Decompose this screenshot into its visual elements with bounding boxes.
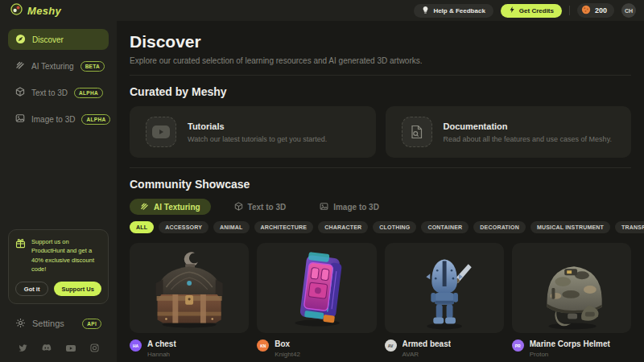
texture-brush-icon xyxy=(15,60,25,72)
get-credits-button[interactable]: Get Credits xyxy=(501,4,562,18)
item-author: Proton xyxy=(530,351,610,358)
alpha-badge: ALPHA xyxy=(81,114,110,125)
filter-all[interactable]: ALL xyxy=(130,221,154,233)
avatar[interactable]: AV xyxy=(385,339,397,352)
youtube-icon[interactable] xyxy=(66,341,76,356)
showcase-item: KN Box Knight42 xyxy=(257,243,376,358)
cube-icon xyxy=(234,202,243,212)
meshy-logo[interactable]: Meshy xyxy=(10,3,61,19)
showcase-item: PR Marine Corps Helmet Proton xyxy=(512,243,631,358)
documentation-card[interactable]: Documentation Read about all the feature… xyxy=(386,106,632,158)
filter-animal[interactable]: ANIMAL xyxy=(213,221,249,233)
meshy-logo-text: Meshy xyxy=(27,5,61,17)
sidebar: Discover AI Texturing BETA Text to 3D AL… xyxy=(0,21,117,362)
showcase-item: AV Armed beast AVAR xyxy=(385,243,504,358)
filter-architecture[interactable]: ARCHITECTURE xyxy=(254,221,314,233)
filter-decoration[interactable]: DECORATION xyxy=(473,221,526,233)
top-bar: Meshy Help & Feedback Get Credits 200 xyxy=(0,0,644,21)
item-author: Knight42 xyxy=(275,351,300,358)
credits-balance[interactable]: 200 xyxy=(577,3,614,18)
lightning-icon xyxy=(509,6,515,15)
image-icon xyxy=(15,113,25,125)
beta-badge: BETA xyxy=(80,61,105,72)
got-it-button[interactable]: Got it xyxy=(15,282,48,296)
filter-character[interactable]: CHARACTER xyxy=(318,221,368,233)
documentation-title: Documentation xyxy=(444,121,612,131)
social-links xyxy=(8,333,109,357)
api-badge: API xyxy=(82,319,101,329)
page-title: Discover xyxy=(130,32,631,51)
item-author: AVAR xyxy=(402,351,452,358)
meshy-app: Meshy Help & Feedback Get Credits 200 xyxy=(0,0,644,362)
youtube-play-icon xyxy=(146,117,176,147)
support-us-button[interactable]: Support Us xyxy=(54,282,101,296)
sidebar-item-text-to-3d[interactable]: Text to 3D ALPHA xyxy=(8,82,109,103)
filter-transportation[interactable]: TRANSPORTATION xyxy=(615,221,644,233)
alpha-badge: ALPHA xyxy=(74,88,103,98)
gift-icon xyxy=(15,237,26,252)
user-avatar[interactable]: CH xyxy=(621,3,636,18)
sidebar-item-discover[interactable]: Discover xyxy=(8,29,109,50)
page-subtitle: Explore our curated selection of learnin… xyxy=(130,56,631,65)
avatar[interactable]: PR xyxy=(512,339,524,352)
texture-brush-icon xyxy=(140,202,149,212)
support-promo-card: Support us on ProductHunt and get a 40% … xyxy=(8,229,109,305)
compass-icon xyxy=(15,34,26,46)
tab-image-to-3d[interactable]: Image to 3D xyxy=(309,199,390,215)
curated-heading: Curated by Meshy xyxy=(130,85,631,98)
instagram-icon[interactable] xyxy=(90,341,99,356)
filter-musical-instrument[interactable]: MUSICAL INSTRUMENT xyxy=(530,221,610,233)
discord-icon[interactable] xyxy=(42,341,52,356)
gear-icon xyxy=(15,318,26,330)
showcase-image-helmet[interactable] xyxy=(512,243,631,333)
support-promo-text: Support us on ProductHunt and get a 40% … xyxy=(31,237,101,275)
showcase-image-chest[interactable] xyxy=(130,243,249,333)
item-title[interactable]: Armed beast xyxy=(402,339,452,348)
image-icon xyxy=(320,202,328,212)
filter-clothing[interactable]: CLOTHING xyxy=(373,221,416,233)
help-feedback-button[interactable]: Help & Feedback xyxy=(414,4,493,18)
tutorials-title: Tutorials xyxy=(188,121,327,131)
sidebar-item-image-to-3d[interactable]: Image to 3D ALPHA xyxy=(8,109,109,130)
filter-accessory[interactable]: ACCESSORY xyxy=(159,221,208,233)
topbar-divider xyxy=(569,6,570,15)
sidebar-item-ai-texturing[interactable]: AI Texturing BETA xyxy=(8,56,109,76)
item-title[interactable]: A chest xyxy=(147,339,176,348)
tutorials-card[interactable]: Tutorials Watch our latest tutorials to … xyxy=(130,106,376,158)
divider xyxy=(130,75,631,76)
showcase-grid: HA A chest Hannah xyxy=(130,243,631,358)
meshy-logo-icon xyxy=(10,3,23,19)
tab-ai-texturing[interactable]: AI Texturing xyxy=(130,199,211,215)
item-author: Hannah xyxy=(147,351,176,358)
lightbulb-icon xyxy=(422,6,429,16)
coin-icon xyxy=(581,5,591,16)
divider xyxy=(130,167,631,168)
credits-count: 200 xyxy=(595,6,607,14)
twitter-icon[interactable] xyxy=(19,341,27,356)
tab-text-to-3d[interactable]: Text to 3D xyxy=(224,199,297,215)
main-content: Discover Explore our curated selection o… xyxy=(117,21,644,362)
avatar[interactable]: HA xyxy=(130,339,142,352)
showcase-image-armed-beast[interactable] xyxy=(385,243,504,333)
tutorials-desc: Watch our latest tutorials to get you st… xyxy=(188,135,327,143)
item-title[interactable]: Marine Corps Helmet xyxy=(530,339,610,348)
item-title[interactable]: Box xyxy=(275,339,300,348)
filter-container[interactable]: CONTAINER xyxy=(421,221,469,233)
topbar-actions: Help & Feedback Get Credits 200 CH xyxy=(414,3,636,18)
sidebar-item-settings[interactable]: Settings API xyxy=(8,314,109,333)
showcase-tabs: AI Texturing Text to 3D Image to 3D xyxy=(130,199,631,215)
document-search-icon xyxy=(402,117,432,147)
showcase-item: HA A chest Hannah xyxy=(130,243,249,358)
category-filters: ALL ACCESSORY ANIMAL ARCHITECTURE CHARAC… xyxy=(130,221,631,233)
showcase-image-box[interactable] xyxy=(257,243,376,333)
sidebar-spacer xyxy=(8,135,109,229)
curated-cards: Tutorials Watch our latest tutorials to … xyxy=(130,106,631,158)
documentation-desc: Read about all the features and use case… xyxy=(444,135,612,143)
cube-icon xyxy=(15,87,25,98)
avatar[interactable]: KN xyxy=(257,339,269,352)
showcase-heading: Community Showcase xyxy=(130,178,631,191)
